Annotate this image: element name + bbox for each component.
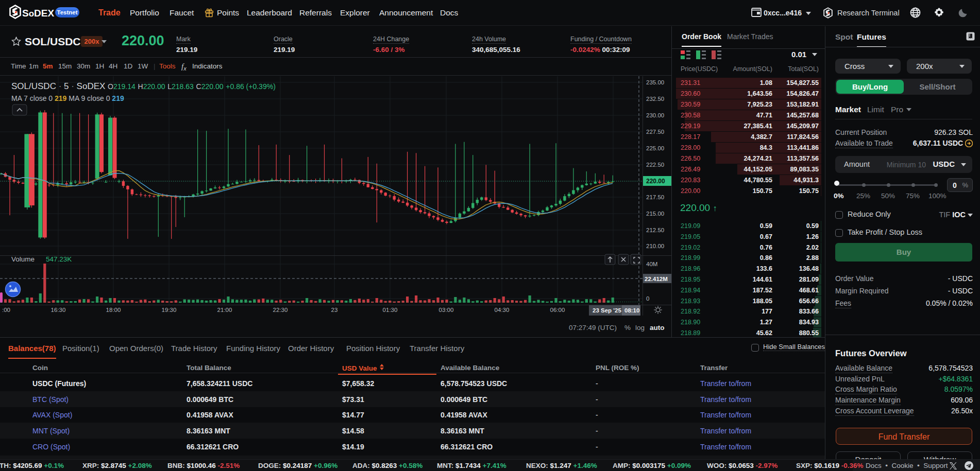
svg-text:08:10: 08:10 xyxy=(624,307,639,313)
svg-text:Volume: Volume xyxy=(11,255,35,263)
svg-text:log: log xyxy=(635,324,645,332)
svg-text:232.50: 232.50 xyxy=(646,96,664,102)
svg-text:auto: auto xyxy=(650,324,665,332)
svg-text:225.00: 225.00 xyxy=(646,145,664,151)
svg-text:03:00: 03:00 xyxy=(439,307,454,313)
svg-text:0: 0 xyxy=(646,295,649,302)
svg-text:23 Sep '25: 23 Sep '25 xyxy=(593,307,621,313)
svg-text:06:00: 06:00 xyxy=(550,307,565,313)
svg-text:18:00: 18:00 xyxy=(106,307,121,313)
svg-text:230.00: 230.00 xyxy=(646,112,664,118)
svg-text:222.50: 222.50 xyxy=(646,162,664,168)
svg-text:16:30: 16:30 xyxy=(51,307,66,313)
svg-text:220.00: 220.00 xyxy=(646,178,665,185)
svg-text:22:30: 22:30 xyxy=(273,307,288,313)
svg-text:01:30: 01:30 xyxy=(383,307,398,313)
svg-text:215.00: 215.00 xyxy=(646,211,664,217)
svg-text::00: :00 xyxy=(2,307,10,313)
svg-text:227.50: 227.50 xyxy=(646,129,664,135)
svg-text:547.23K: 547.23K xyxy=(46,255,72,263)
svg-text:04:30: 04:30 xyxy=(495,307,510,313)
svg-text:40M: 40M xyxy=(646,261,657,267)
svg-text:212.50: 212.50 xyxy=(646,227,664,233)
svg-text:217.50: 217.50 xyxy=(646,194,664,200)
svg-text:23: 23 xyxy=(331,307,338,313)
svg-text:MA 7 close 0 219 MA 9 close: MA 7 close 0 219 MA 9 close 0 219 xyxy=(11,94,124,102)
svg-text:21:00: 21:00 xyxy=(217,307,232,313)
svg-text:19:30: 19:30 xyxy=(162,307,177,313)
svg-text:22.412M: 22.412M xyxy=(645,276,668,282)
svg-text:235.00: 235.00 xyxy=(646,79,664,85)
svg-text:%: % xyxy=(624,324,631,332)
svg-text:210.00: 210.00 xyxy=(646,243,664,249)
svg-text:SOL/USDC · 5 · SoDEX O219.14: SOL/USDC · 5 · SoDEX O219.14 H220.00 L21… xyxy=(11,81,276,91)
svg-text:07:27:49 (UTC): 07:27:49 (UTC) xyxy=(569,324,617,332)
